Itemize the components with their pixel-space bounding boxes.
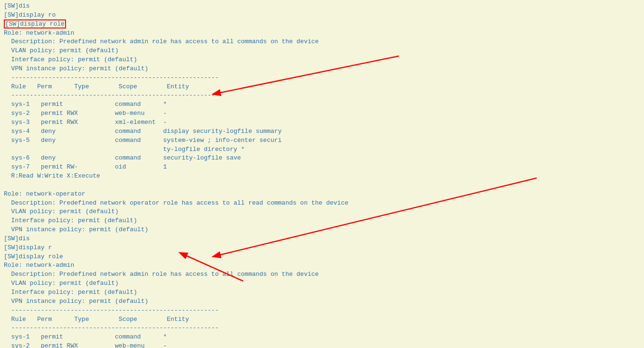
line-18: sys-6 deny command security-logfile save	[4, 154, 640, 163]
line-19: sys-7 permit RW- oid 1	[4, 163, 640, 172]
line-14: sys-3 permit RWX xml-element -	[4, 118, 640, 127]
line-11: ----------------------------------------…	[4, 91, 640, 100]
line-16: sys-5 deny command system-view ; info-ce…	[4, 136, 640, 145]
line-17: ty-logfile directory *	[4, 145, 640, 154]
line-15: sys-4 deny command display security-logf…	[4, 127, 640, 136]
line-25: Interface policy: permit (default)	[4, 216, 640, 226]
line-32: VLAN policy: permit (default)	[4, 279, 640, 288]
line-30: Role: network-admin	[4, 261, 640, 270]
line-13: sys-2 permit RWX web-menu -	[4, 109, 640, 118]
line-39: sys-2 permit RWX web-menu -	[4, 342, 640, 348]
line-21	[4, 181, 640, 190]
line-4: Role: network-admin	[4, 29, 640, 38]
line-24: VLAN policy: permit (default)	[4, 207, 640, 216]
line-29: [SW]display role	[4, 253, 640, 262]
line-2: [SW]display ro	[4, 11, 640, 20]
line-38: sys-1 permit command *	[4, 333, 640, 342]
line-28: [SW]display r	[4, 244, 640, 253]
line-23: Description: Predefined network operator…	[4, 199, 640, 208]
line-31: Description: Predefined network admin ro…	[4, 270, 640, 279]
line-10: Rule Perm Type Scope Entity	[4, 83, 640, 92]
line-9: ----------------------------------------…	[4, 74, 640, 83]
line-22: Role: network-operator	[4, 190, 640, 199]
line-5: Description: Predefined network admin ro…	[4, 38, 640, 47]
line-8: VPN instance policy: permit (default)	[4, 65, 640, 74]
line-36: Rule Perm Type Scope Entity	[4, 315, 640, 324]
line-35: ----------------------------------------…	[4, 306, 640, 315]
line-12: sys-1 permit command *	[4, 100, 640, 109]
line-1: [SW]dis	[4, 2, 640, 11]
line-7: Interface policy: permit (default)	[4, 56, 640, 65]
highlight-box-1: [SW]display role	[4, 19, 66, 28]
line-26: VPN instance policy: permit (default)	[4, 226, 640, 235]
line-34: VPN instance policy: permit (default)	[4, 297, 640, 306]
line-6: VLAN policy: permit (default)	[4, 47, 640, 56]
line-27: [SW]dis	[4, 235, 640, 244]
line-37: ----------------------------------------…	[4, 324, 640, 333]
line-33: Interface policy: permit (default)	[4, 288, 640, 297]
line-3: [SW]display role	[4, 20, 640, 29]
line-20: R:Read W:Write X:Execute	[4, 172, 640, 181]
terminal-window[interactable]: [SW]dis [SW]display ro [SW]display role …	[0, 0, 644, 348]
